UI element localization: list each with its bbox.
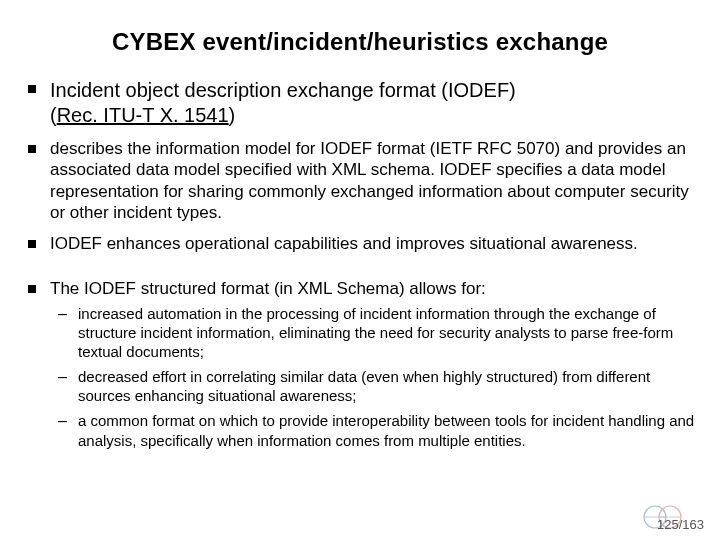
slide-title: CYBEX event/incident/heuristics exchange [16,28,704,56]
bullet-allows-for: The IODEF structured format (in XML Sche… [50,278,698,450]
paren-open: ( [50,104,57,126]
sub-correlation: decreased effort in correlating similar … [78,367,698,405]
text: Incident object description exchange for… [50,79,516,101]
text: The IODEF structured format (in XML Sche… [50,279,486,298]
sub-interop: a common format on which to provide inte… [78,411,698,449]
bullet-describes: describes the information model for IODE… [50,138,698,223]
sub-list: increased automation in the processing o… [50,300,698,450]
slide: CYBEX event/incident/heuristics exchange… [0,0,720,540]
iodef-link[interactable]: Rec. ITU-T X. 1541 [57,104,229,126]
sub-automation: increased automation in the processing o… [78,304,698,362]
bullet-list: Incident object description exchange for… [16,78,704,450]
bullet-enhances: IODEF enhances operational capabilities … [50,233,698,254]
paren-close: ) [229,104,236,126]
page-number: 125/163 [657,517,704,532]
bullet-iodef-heading: Incident object description exchange for… [50,78,698,128]
